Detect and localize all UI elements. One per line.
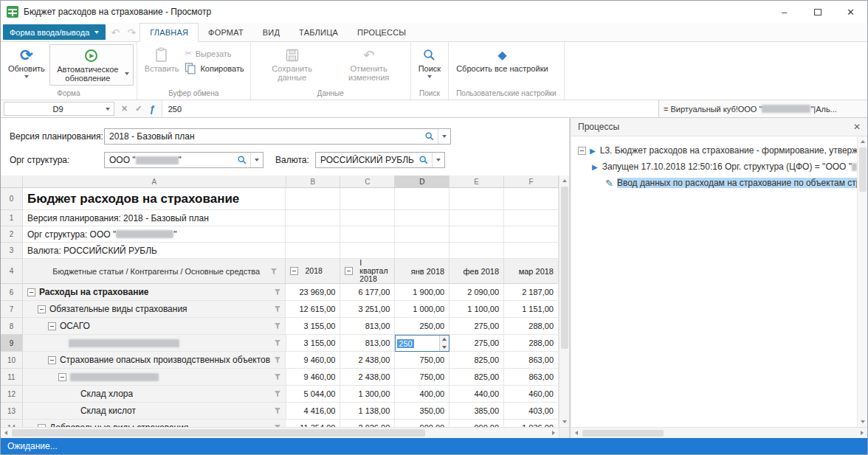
cell-reference-box[interactable]: D9 xyxy=(4,102,114,116)
filter-icon[interactable] xyxy=(275,374,281,381)
empty-cell[interactable] xyxy=(395,210,450,226)
row-number[interactable]: 3 xyxy=(1,243,23,259)
column-header-c[interactable]: C xyxy=(340,176,395,188)
auto-refresh-button[interactable]: ▶ Автоматическое обновление xyxy=(49,44,134,86)
value-cell[interactable]: 825,00 xyxy=(450,369,504,386)
value-cell[interactable]: 288,00 xyxy=(504,318,559,335)
table-row[interactable]: 13Склад кислот4 416,001 138,00350,00385,… xyxy=(1,403,559,420)
value-cell[interactable]: 2 926,00 xyxy=(340,420,395,427)
empty-cell[interactable] xyxy=(395,188,450,210)
scroll-up-icon[interactable] xyxy=(559,176,570,186)
value-cell[interactable]: 4 416,00 xyxy=(286,403,341,420)
dropdown-button[interactable] xyxy=(432,153,444,167)
spin-down-icon[interactable] xyxy=(440,344,449,352)
row-number[interactable]: 14 xyxy=(1,420,23,427)
search-icon[interactable] xyxy=(234,155,250,165)
tab-view[interactable]: ВИД xyxy=(253,23,289,41)
value-cell[interactable]: 350,00 xyxy=(395,403,450,420)
column-header-f[interactable]: F xyxy=(504,176,559,188)
value-cell[interactable]: 2 187,00 xyxy=(504,284,559,301)
column-header-d[interactable]: D xyxy=(395,176,450,188)
value-cell[interactable]: 1 100,00 xyxy=(450,301,504,318)
empty-cell[interactable] xyxy=(340,226,395,243)
month-header-cell[interactable]: фев 2018 xyxy=(450,259,504,284)
table-row[interactable]: 6Расходы на страхование23 969,006 177,00… xyxy=(1,284,559,301)
empty-cell[interactable] xyxy=(340,188,395,210)
scroll-left-icon[interactable] xyxy=(571,428,582,438)
year-header-cell[interactable]: 2018 xyxy=(286,259,340,284)
collapse-icon[interactable] xyxy=(578,147,586,155)
row-label-cell[interactable]: Расходы на страхование xyxy=(23,284,286,301)
row-number[interactable]: 12 xyxy=(1,386,23,403)
empty-cell[interactable] xyxy=(286,226,340,243)
io-form-menu-button[interactable]: Форма ввода/вывода xyxy=(3,24,106,40)
empty-cell[interactable] xyxy=(450,243,504,259)
empty-cell[interactable] xyxy=(286,188,340,210)
value-cell[interactable]: 275,00 xyxy=(450,318,504,335)
active-cell-editor[interactable]: 250 xyxy=(395,335,450,352)
version-combo[interactable]: 2018 - Базовый план xyxy=(104,128,451,145)
vertical-scrollbar[interactable] xyxy=(857,136,867,427)
org-combo[interactable]: ООО " " xyxy=(104,152,264,168)
collapse-icon[interactable] xyxy=(38,424,46,428)
value-cell[interactable]: 275,00 xyxy=(450,335,504,352)
collapse-icon[interactable] xyxy=(27,288,35,296)
row-number[interactable]: 7 xyxy=(1,301,23,318)
table-row[interactable]: 12Склад хлора5 044,001 300,00400,00440,0… xyxy=(1,386,559,403)
scroll-right-icon[interactable] xyxy=(857,428,867,438)
cut-button[interactable]: ✂ Вырезать xyxy=(185,49,244,58)
empty-cell[interactable] xyxy=(504,188,559,210)
value-cell[interactable]: 6 177,00 xyxy=(340,284,395,301)
table-row[interactable]: 93 155,00813,00250275,00288,00 xyxy=(1,335,559,352)
value-cell[interactable]: 400,00 xyxy=(395,386,450,403)
empty-cell[interactable] xyxy=(504,210,559,226)
paste-button[interactable]: Вставить xyxy=(140,44,184,73)
value-cell[interactable]: 23 969,00 xyxy=(286,284,340,301)
row-label-cell[interactable] xyxy=(23,335,286,352)
value-cell[interactable]: 403,00 xyxy=(504,403,559,420)
column-header-b[interactable]: B xyxy=(286,176,341,188)
row-label-cell[interactable]: Страхование опасных производственных объ… xyxy=(23,352,286,369)
scroll-up-icon[interactable] xyxy=(858,136,868,147)
row-number[interactable]: 2 xyxy=(1,226,23,243)
scrollbar-thumb[interactable] xyxy=(859,147,867,192)
filter-icon[interactable] xyxy=(275,408,281,414)
value-cell[interactable]: 750,00 xyxy=(395,369,450,386)
search-icon[interactable] xyxy=(416,155,432,165)
info-cell[interactable]: Валюта: РОССИЙСКИЙ РУБЛЬ xyxy=(23,243,286,259)
process-item[interactable]: ▶ Запущен 17.10.2018 12:50:16 Орг. струк… xyxy=(571,159,857,175)
value-cell[interactable]: 1 036,00 xyxy=(504,420,559,427)
value-cell[interactable]: 900,00 xyxy=(395,420,450,427)
empty-cell[interactable] xyxy=(395,226,450,243)
collapse-icon[interactable] xyxy=(48,356,56,364)
month-header-cell[interactable]: янв 2018 xyxy=(395,259,450,284)
process-item[interactable]: ▶ L3. Бюджет расходов на страхование - ф… xyxy=(571,142,857,159)
value-cell[interactable]: 460,00 xyxy=(504,386,559,403)
collapse-icon[interactable] xyxy=(48,322,56,330)
value-cell[interactable]: 3 155,00 xyxy=(286,318,340,335)
value-cell[interactable]: 11 354,00 xyxy=(286,420,340,427)
search-button[interactable]: Поиск xyxy=(414,44,445,78)
filter-icon[interactable] xyxy=(275,340,281,347)
empty-cell[interactable] xyxy=(340,243,395,259)
empty-cell[interactable] xyxy=(340,210,395,226)
row-number[interactable]: 9 xyxy=(1,335,23,352)
value-cell[interactable]: 385,00 xyxy=(450,403,504,420)
confirm-entry-icon[interactable]: ✓ xyxy=(135,104,142,114)
scrollbar-thumb[interactable] xyxy=(561,187,568,349)
row-number[interactable]: 10 xyxy=(1,352,23,369)
cancel-entry-icon[interactable]: ✕ xyxy=(121,104,128,114)
value-cell[interactable]: 9 460,00 xyxy=(286,369,341,386)
maximize-button[interactable] xyxy=(801,1,834,23)
value-cell[interactable]: 750,00 xyxy=(395,352,450,369)
tab-format[interactable]: ФОРМАТ xyxy=(199,23,253,41)
value-cell[interactable]: 12 615,00 xyxy=(286,301,340,318)
value-cell[interactable]: 2 438,00 xyxy=(340,352,395,369)
hierarchy-header-cell[interactable]: Бюджетные статьи / Контрагенты / Основны… xyxy=(23,259,286,284)
horizontal-scrollbar[interactable] xyxy=(1,427,559,438)
value-cell[interactable]: 3 251,00 xyxy=(340,301,395,318)
value-cell[interactable]: 1 300,00 xyxy=(340,386,395,403)
value-cell[interactable]: 813,00 xyxy=(340,335,395,352)
value-cell[interactable]: 813,00 xyxy=(340,318,395,335)
empty-cell[interactable] xyxy=(395,243,450,259)
